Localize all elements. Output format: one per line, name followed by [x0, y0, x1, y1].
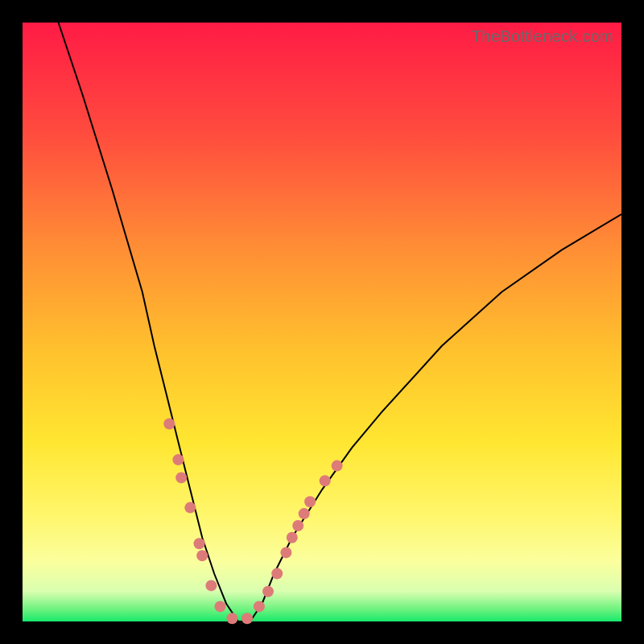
plot-area: TheBottleneck.com [23, 23, 621, 621]
curve-marker [184, 502, 196, 514]
curve-marker [254, 601, 265, 612]
curve-marker [215, 601, 226, 612]
chart-svg [23, 23, 621, 621]
curve-marker [280, 547, 291, 558]
curve-marker [175, 472, 187, 483]
curve-marker [172, 454, 184, 465]
curve-marker [194, 538, 205, 549]
curve-marker [287, 532, 298, 543]
curve-marker [205, 580, 217, 591]
curve-marker [196, 550, 208, 561]
marker-group [163, 419, 342, 625]
curve-marker [163, 419, 175, 430]
curve-marker [304, 496, 316, 507]
curve-marker [332, 460, 343, 472]
curve-marker [292, 520, 303, 531]
outer-frame: TheBottleneck.com [0, 0, 644, 644]
curve-marker [271, 568, 283, 580]
curve-marker [262, 586, 274, 597]
curve-marker [299, 508, 310, 519]
curve-marker [226, 613, 237, 624]
bottleneck-curve [59, 23, 621, 621]
curve-marker [242, 613, 253, 624]
curve-marker [320, 475, 331, 486]
